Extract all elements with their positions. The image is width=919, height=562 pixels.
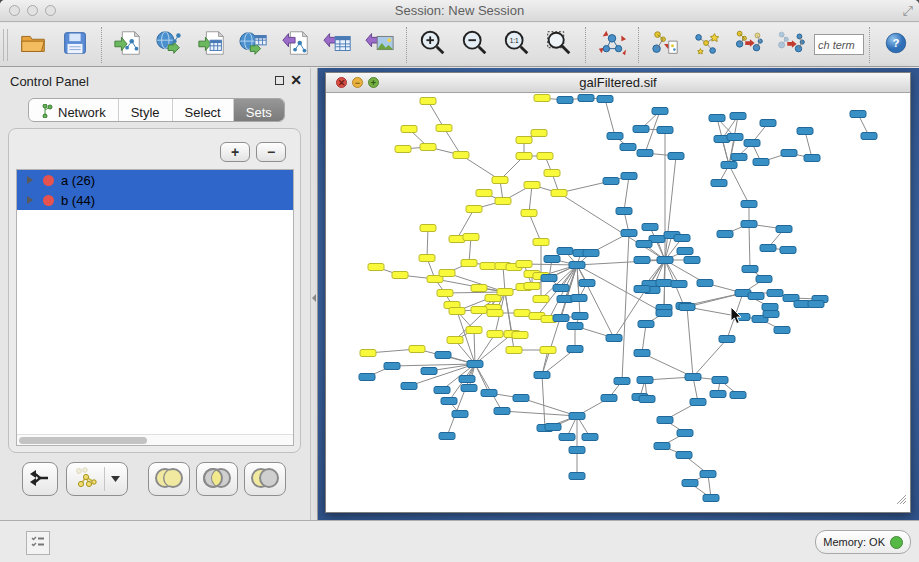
network-graph[interactable]	[327, 93, 909, 511]
graph-node	[419, 255, 435, 262]
memory-label: Memory: OK	[823, 536, 885, 548]
network-desktop: ✕ − + galFiltered.sif	[318, 68, 919, 520]
apply-layout-button[interactable]	[594, 27, 630, 63]
export-image-button[interactable]	[362, 27, 398, 63]
graph-node	[359, 374, 375, 381]
import-table-web-icon	[239, 28, 269, 61]
import-table-file-button[interactable]	[194, 27, 230, 63]
import-network-web-button[interactable]	[152, 27, 188, 63]
graph-node	[763, 311, 779, 318]
float-panel-icon[interactable]	[275, 76, 284, 85]
mouse-cursor	[730, 306, 744, 330]
list-item-set-b[interactable]: b (44)	[17, 190, 293, 210]
expander-icon[interactable]	[27, 176, 33, 184]
network-window-titlebar[interactable]: ✕ − + galFiltered.sif	[326, 73, 910, 93]
remove-set-button[interactable]: −	[256, 142, 286, 162]
control-panel-header: Control Panel ✕	[0, 68, 310, 96]
graph-node	[614, 378, 630, 385]
task-history-button[interactable]	[26, 531, 50, 555]
tab-label: Style	[131, 105, 160, 120]
difference-sets-button[interactable]	[244, 462, 286, 496]
list-item-set-a[interactable]: a (26)	[17, 170, 293, 190]
graph-node	[741, 221, 757, 228]
graph-node	[684, 257, 700, 264]
tab-network[interactable]: Network	[29, 99, 119, 122]
horizontal-scrollbar[interactable]	[17, 434, 293, 445]
graph-node	[753, 159, 769, 166]
graph-node	[537, 153, 553, 160]
open-folder-icon	[18, 28, 48, 61]
fullscreen-icon[interactable]: ⤢	[903, 3, 913, 19]
zoom-fit-button[interactable]: 1:1	[499, 27, 535, 63]
graph-node	[603, 178, 619, 185]
network-to-file-icon	[650, 28, 680, 61]
panel-splitter[interactable]	[310, 68, 318, 520]
graph-node	[534, 372, 550, 379]
network-canvas[interactable]	[327, 93, 909, 511]
add-set-button[interactable]: +	[220, 142, 250, 162]
graph-node	[553, 315, 569, 322]
tab-style[interactable]: Style	[119, 99, 173, 122]
zoom-selected-button[interactable]	[541, 27, 577, 63]
graph-node	[620, 144, 636, 151]
search-input[interactable]	[814, 34, 864, 55]
split-set-button[interactable]	[22, 462, 58, 496]
zoom-in-button[interactable]	[415, 27, 451, 63]
graph-node	[634, 350, 650, 357]
graph-node	[494, 408, 510, 415]
graph-node	[583, 250, 599, 257]
graph-node	[742, 266, 758, 273]
graph-node	[495, 198, 511, 205]
window-title: Session: New Session	[0, 3, 919, 18]
scrollbar-thumb[interactable]	[19, 437, 147, 444]
sets-groupbox: + − a (26) b (44)	[8, 128, 301, 453]
graph-node	[850, 111, 866, 118]
graph-node	[607, 133, 623, 140]
graph-node	[437, 290, 453, 297]
create-set-from-cluster-button[interactable]	[66, 462, 128, 496]
graph-node	[597, 96, 613, 103]
open-session-button[interactable]	[15, 27, 51, 63]
graph-node	[557, 248, 573, 255]
save-session-button[interactable]	[57, 27, 93, 63]
dropdown-caret-icon[interactable]	[104, 467, 126, 491]
toolbar-separator	[406, 27, 407, 63]
graph-node	[741, 201, 757, 208]
difference-networks-button[interactable]	[773, 27, 809, 63]
set-label: b (44)	[61, 193, 95, 208]
graph-node	[572, 313, 588, 320]
graph-node	[434, 387, 450, 394]
zoom-out-button[interactable]	[457, 27, 493, 63]
import-table-web-button[interactable]	[236, 27, 272, 63]
graph-node	[480, 263, 496, 270]
network-window[interactable]: ✕ − + galFiltered.sif	[325, 72, 911, 513]
graph-node	[730, 392, 746, 399]
collapse-panel-icon[interactable]	[312, 294, 316, 302]
expander-icon[interactable]	[27, 196, 33, 204]
export-network-button[interactable]	[278, 27, 314, 63]
intersect-sets-button[interactable]	[196, 462, 238, 496]
resize-grip[interactable]	[895, 491, 907, 509]
graph-node	[420, 225, 436, 232]
graph-node	[452, 411, 468, 418]
app-window: Session: New Session ⤢	[0, 0, 919, 562]
union-sets-button[interactable]	[148, 462, 190, 496]
network-to-file-button[interactable]	[647, 27, 683, 63]
export-table-button[interactable]	[320, 27, 356, 63]
tab-select[interactable]: Select	[173, 99, 234, 122]
venn-intersection-icon	[201, 466, 233, 493]
graph-node	[449, 308, 465, 315]
toolbar-grip[interactable]	[3, 29, 8, 61]
tab-sets[interactable]: Sets	[234, 99, 284, 122]
help-button[interactable]: ?	[878, 27, 914, 63]
close-panel-icon[interactable]: ✕	[290, 72, 302, 88]
merge-networks-button[interactable]	[731, 27, 767, 63]
memory-status-button[interactable]: Memory: OK	[815, 530, 911, 554]
import-network-file-button[interactable]	[110, 27, 146, 63]
graph-node	[571, 295, 587, 302]
annotate-network-button[interactable]	[689, 27, 725, 63]
graph-node	[730, 113, 746, 120]
graph-node	[677, 248, 693, 255]
graph-node	[506, 347, 522, 354]
graph-node	[466, 206, 482, 213]
